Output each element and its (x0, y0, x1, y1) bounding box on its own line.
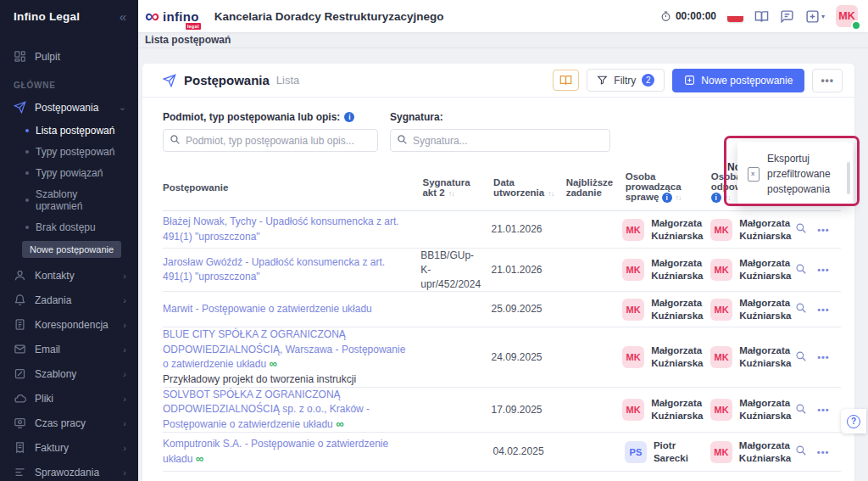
sidebar-item-label: Korespondencja (35, 319, 108, 331)
table-footer: Pokaż 25 pozycji Pozycje od 1 do 6 z 6 w… (142, 472, 854, 481)
case-responsible: MKMałgorzata Kuźniarska (710, 397, 795, 422)
info-icon[interactable]: i (344, 112, 354, 122)
signature-search-input[interactable] (390, 129, 610, 152)
filters-button[interactable]: Filtry 2 (587, 69, 665, 92)
sidebar-subitem-label: Brak dostępu (36, 221, 96, 233)
bullet-icon (25, 129, 29, 132)
column-data-utworzenia[interactable]: Data utworzenia↑↓ (493, 177, 566, 198)
subject-search-input[interactable] (163, 129, 378, 152)
cloud-icon (14, 392, 26, 405)
export-filtered-menu-item[interactable]: Eksportuj przefiltrowane postępowania (767, 151, 844, 197)
preview-icon[interactable] (795, 403, 807, 417)
sidebar-item-label: Pulpit (35, 51, 60, 63)
signature-filter-label: Sygnatura: (390, 111, 610, 123)
sidebar-item-brak-dostepu[interactable]: Brak dostępu (0, 216, 138, 238)
sidebar-item-label: Pliki (35, 393, 53, 405)
avatar: MK (622, 346, 644, 368)
avatar: PS (625, 441, 647, 463)
sort-icon[interactable]: ↑↓ (448, 189, 454, 198)
funnel-icon (597, 75, 608, 86)
work-timer[interactable]: 00:00:00 (660, 10, 716, 22)
preview-icon[interactable] (795, 222, 807, 237)
sidebar-item-sprawozdania[interactable]: Sprawozdania› (0, 460, 138, 481)
polish-flag-icon[interactable] (727, 11, 743, 22)
row-more-button[interactable]: ••• (817, 225, 830, 235)
sidebar-item-email[interactable]: Email› (0, 337, 138, 361)
dropdown-scrollbar[interactable] (847, 162, 850, 194)
sort-icon[interactable]: ↑↓ (548, 189, 554, 198)
sidebar-item-postepowania[interactable]: Postępowania ⌄ (0, 95, 138, 120)
sidebar-collapse-icon[interactable]: « (120, 9, 126, 24)
sidebar-item-szablony[interactable]: Szablony› (0, 361, 138, 386)
sidebar-item-szablony-uprawnien[interactable]: Szablony uprawnień (0, 183, 138, 216)
avatar: MK (622, 219, 644, 241)
preview-icon[interactable] (795, 445, 807, 459)
preview-icon[interactable] (795, 263, 807, 277)
linked-case-icon: ∞ (269, 357, 275, 370)
handbook-button[interactable] (553, 70, 579, 91)
sidebar-item-kontakty[interactable]: Kontakty› (0, 263, 138, 288)
user-avatar[interactable]: MK (836, 5, 858, 27)
sidebar-subitem-label: Lista postępowań (36, 125, 114, 137)
sidebar-item-typy-postepowan[interactable]: Typy postępowań (0, 141, 138, 162)
sidebar-item-czas-pracy[interactable]: Czas pracy› (0, 411, 138, 435)
row-more-button[interactable]: ••• (817, 352, 830, 362)
row-more-button[interactable]: ••• (817, 265, 830, 275)
page-subtitle: Lista (276, 74, 299, 87)
caret-down-icon: ▾ (821, 13, 825, 20)
person-name: Małgorzata Kuźniarska (739, 439, 791, 465)
stopwatch-icon (660, 11, 671, 22)
case-date: 21.01.2026 (491, 222, 563, 237)
export-dropdown-menu: x Eksportuj przefiltrowane postępowania (737, 142, 853, 206)
case-lead: MKMałgorzata Kuźniarska (622, 257, 710, 282)
avatar-initials: MK (838, 10, 854, 22)
new-proceeding-button[interactable]: Nowe postępowanie (672, 69, 804, 92)
avatar: MK (710, 219, 732, 241)
info-icon[interactable]: i (711, 193, 721, 203)
sidebar-item-label: Email (35, 344, 60, 355)
sidebar-item-korespondencja[interactable]: Korespondencja› (0, 312, 138, 337)
case-link[interactable]: Marwit - Postępowanie o zatwierdzenie uk… (163, 303, 372, 315)
sidebar-item-lista-postepowan[interactable]: Lista postępowań (0, 120, 138, 141)
column-osoba-prowadzaca[interactable]: Osoba prowadząca sprawę i↑↓ (626, 171, 711, 203)
sort-icon[interactable]: ↑↓ (725, 193, 731, 202)
book-icon (559, 74, 572, 87)
avatar: MK (622, 299, 644, 321)
sidebar-item-pliki[interactable]: Pliki› (0, 386, 138, 411)
search-icon (170, 134, 181, 148)
sidebar-item-label: Szablony (35, 368, 76, 380)
infino-logo[interactable]: ∞ infinolegal (145, 8, 199, 25)
bullet-icon (25, 199, 29, 202)
knowledge-base-icon[interactable] (754, 9, 769, 24)
case-link[interactable]: BLUE CITY SPÓŁKA Z OGRANICZONĄ ODPOWIEDZ… (163, 328, 405, 370)
case-link[interactable]: Błażej Nowak, Tychy - Upadłość konsumenc… (163, 215, 399, 242)
bell-icon (14, 294, 26, 306)
column-postepowanie[interactable]: Postępowanie (163, 182, 422, 193)
sidebar-item-pulpit[interactable]: Pulpit (0, 44, 138, 69)
row-more-button[interactable]: ••• (817, 447, 830, 457)
page-title: Postępowania (184, 73, 270, 87)
quick-add-button[interactable]: ▾ (805, 9, 825, 24)
help-button[interactable]: ? (841, 409, 866, 433)
person-name: Małgorzata Kuźniarska (651, 297, 703, 322)
sidebar-item-zadania[interactable]: Zadania› (0, 288, 138, 312)
row-more-button[interactable]: ••• (817, 305, 830, 315)
column-sygnatura-akt-2[interactable]: Sygnatura akt 2↑↓ (422, 177, 493, 198)
row-more-button[interactable]: ••• (817, 405, 830, 415)
info-icon[interactable]: i (662, 193, 672, 203)
more-actions-button[interactable]: ••• (812, 69, 843, 92)
preview-icon[interactable] (795, 350, 807, 365)
messages-icon[interactable] (780, 9, 794, 24)
sort-icon[interactable]: ↑↓ (676, 193, 682, 202)
column-najblizsze-zadanie[interactable]: Najbliższe zadanie (566, 177, 626, 198)
sidebar-item-faktury[interactable]: Faktury› (0, 435, 138, 460)
invoice-icon (14, 441, 26, 454)
preview-icon[interactable] (795, 302, 807, 316)
case-link[interactable]: Jarosław Gwóźdź - Upadłość konsumencka z… (163, 256, 385, 282)
sidebar-item-typy-powiazan[interactable]: Typy powiązań (0, 162, 138, 183)
case-responsible: MKMałgorzata Kuźniarska (710, 297, 795, 322)
template-icon (14, 367, 26, 380)
proceedings-card: Postępowania Lista Filtry 2 Nowe postępo… (142, 64, 854, 481)
chevron-right-icon: › (123, 271, 126, 281)
case-responsible: MKMałgorzata Kuźniarska (710, 439, 795, 465)
